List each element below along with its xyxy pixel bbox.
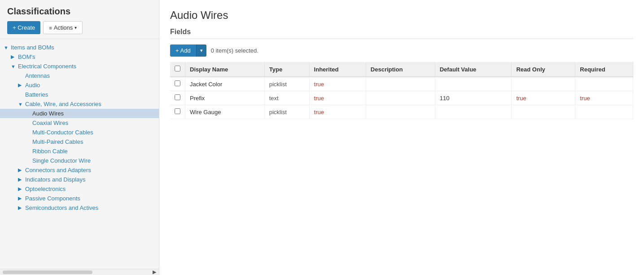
select-all-checkbox[interactable] (175, 66, 180, 71)
sidebar-item-label-coaxial-wires: Coaxial Wires (32, 120, 68, 126)
row-default-value-0 (435, 77, 512, 91)
col-display-name: Display Name (185, 62, 265, 77)
sidebar-item-boms[interactable]: ▶BOM's (0, 52, 159, 62)
sidebar-item-antennas[interactable]: Antennas (0, 71, 159, 80)
row-display-name-2: Wire Gauge (185, 105, 265, 119)
row-read-only-0 (512, 77, 575, 91)
toggle-icon-cable-wire-accessories: ▼ (18, 102, 24, 107)
sidebar-item-multi-conductor-cables[interactable]: Multi-Conductor Cables (0, 128, 159, 137)
sidebar-item-label-boms: BOM's (18, 53, 35, 60)
main-content: Audio Wires Fields + Add ▾ 0 item(s) sel… (159, 0, 644, 275)
sidebar-item-label-single-conductor-wire: Single Conductor Wire (32, 157, 91, 164)
toggle-icon-passive-components: ▶ (18, 195, 24, 201)
toggle-icon-semiconductors-and-actives: ▶ (18, 205, 24, 211)
toggle-icon-indicators-and-displays: ▶ (18, 177, 24, 182)
scrollbar-thumb (3, 271, 92, 274)
row-select-checkbox-2[interactable] (175, 108, 180, 114)
sidebar-item-multi-paired-cables[interactable]: Multi-Paired Cables (0, 137, 159, 146)
sidebar-buttons: + Create ≡ Actions ▾ (7, 21, 152, 34)
sidebar-item-label-multi-paired-cables: Multi-Paired Cables (32, 138, 83, 145)
sidebar-item-label-audio: Audio (25, 82, 40, 89)
toggle-icon-electrical-components: ▼ (11, 64, 17, 69)
row-type-2: picklist (264, 105, 309, 119)
sidebar-item-audio-wires[interactable]: Audio Wires (0, 109, 159, 118)
toggle-icon-boms: ▶ (11, 54, 17, 60)
row-type-0: picklist (264, 77, 309, 91)
row-checkbox-0[interactable] (170, 77, 185, 91)
sidebar-item-label-multi-conductor-cables: Multi-Conductor Cables (32, 129, 93, 136)
sidebar-item-label-optoelectronics: Optoelectronics (25, 186, 66, 192)
sidebar: Classifications + Create ≡ Actions ▾ ▼It… (0, 0, 159, 275)
row-description-1 (366, 91, 435, 105)
toggle-icon-items-and-boms: ▼ (4, 45, 10, 50)
row-checkbox-1[interactable] (170, 91, 185, 105)
row-checkbox-2[interactable] (170, 105, 185, 119)
col-default-value: Default Value (435, 62, 512, 77)
table-header-row: Display Name Type Inherited Description … (170, 62, 633, 77)
sidebar-item-label-connectors-and-adapters: Connectors and Adapters (25, 167, 91, 173)
row-default-value-2 (435, 105, 512, 119)
section-title: Fields (170, 28, 633, 39)
page-title: Audio Wires (170, 9, 633, 22)
row-display-name-0: Jacket Color (185, 77, 265, 91)
row-default-value-1: 110 (435, 91, 512, 105)
sidebar-item-passive-components[interactable]: ▶Passive Components (0, 194, 159, 203)
add-button[interactable]: + Add (170, 44, 196, 57)
toggle-icon-optoelectronics: ▶ (18, 186, 24, 192)
row-read-only-1: true (512, 91, 575, 105)
row-type-1: text (264, 91, 309, 105)
sidebar-item-single-conductor-wire[interactable]: Single Conductor Wire (0, 156, 159, 165)
sidebar-item-label-ribbon-cable: Ribbon Cable (32, 148, 68, 155)
fields-table: Display Name Type Inherited Description … (170, 62, 633, 119)
row-inherited-2: true (309, 105, 366, 119)
actions-label: Actions (54, 24, 73, 31)
sidebar-item-audio[interactable]: ▶Audio (0, 80, 159, 90)
sidebar-item-label-batteries: Batteries (25, 91, 48, 98)
sidebar-item-items-and-boms[interactable]: ▼Items and BOMs (0, 43, 159, 52)
row-required-0 (575, 77, 633, 91)
toggle-icon-audio: ▶ (18, 82, 24, 88)
sidebar-item-batteries[interactable]: Batteries (0, 90, 159, 99)
row-description-0 (366, 77, 435, 91)
row-read-only-2 (512, 105, 575, 119)
add-dropdown-button[interactable]: ▾ (196, 44, 206, 57)
sidebar-item-cable-wire-accessories[interactable]: ▼Cable, Wire, and Accessories (0, 99, 159, 109)
row-select-checkbox-1[interactable] (175, 94, 180, 100)
row-display-name-1: Prefix (185, 91, 265, 105)
row-select-checkbox-0[interactable] (175, 80, 180, 86)
sidebar-item-optoelectronics[interactable]: ▶Optoelectronics (0, 184, 159, 194)
row-required-2 (575, 105, 633, 119)
row-required-1: true (575, 91, 633, 105)
sidebar-item-semiconductors-and-actives[interactable]: ▶Semiconductors and Actives (0, 203, 159, 213)
sidebar-tree[interactable]: ▼Items and BOMs▶BOM's▼Electrical Compone… (0, 39, 159, 269)
sidebar-item-label-passive-components: Passive Components (25, 195, 80, 202)
sidebar-item-ribbon-cable[interactable]: Ribbon Cable (0, 146, 159, 156)
col-inherited: Inherited (309, 62, 366, 77)
sidebar-item-indicators-and-displays[interactable]: ▶Indicators and Displays (0, 175, 159, 184)
actions-dropdown-icon: ▾ (74, 25, 77, 30)
sidebar-item-label-cable-wire-accessories: Cable, Wire, and Accessories (25, 101, 101, 107)
sidebar-item-label-items-and-boms: Items and BOMs (11, 44, 54, 51)
sidebar-item-label-semiconductors-and-actives: Semiconductors and Actives (25, 204, 98, 211)
table-row: Jacket Color picklist true (170, 77, 633, 91)
sidebar-item-label-indicators-and-displays: Indicators and Displays (25, 176, 85, 183)
add-dropdown-icon: ▾ (200, 48, 203, 53)
sidebar-header: Classifications + Create ≡ Actions ▾ (0, 0, 159, 39)
sidebar-item-coaxial-wires[interactable]: Coaxial Wires (0, 118, 159, 128)
actions-button[interactable]: ≡ Actions ▾ (43, 21, 83, 34)
sidebar-title: Classifications (7, 6, 152, 17)
sidebar-item-label-antennas: Antennas (25, 72, 50, 79)
sidebar-item-label-electrical-components: Electrical Components (18, 63, 76, 70)
sidebar-item-connectors-and-adapters[interactable]: ▶Connectors and Adapters (0, 165, 159, 175)
col-checkbox (170, 62, 185, 77)
scroll-right-arrow[interactable]: ▶ (153, 269, 158, 275)
row-inherited-0: true (309, 77, 366, 91)
selected-count-text: 0 item(s) selected. (211, 47, 258, 54)
table-row: Wire Gauge picklist true (170, 105, 633, 119)
sidebar-item-electrical-components[interactable]: ▼Electrical Components (0, 62, 159, 71)
row-inherited-1: true (309, 91, 366, 105)
col-description: Description (366, 62, 435, 77)
sidebar-scrollbar[interactable]: ▶ (0, 269, 159, 275)
create-button[interactable]: + Create (7, 21, 40, 34)
row-description-2 (366, 105, 435, 119)
